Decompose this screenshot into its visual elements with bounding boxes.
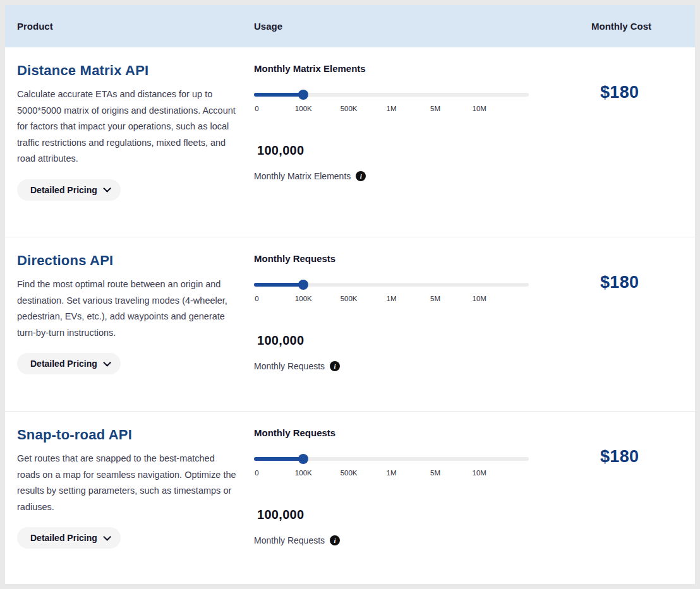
usage-label: Monthly Requests — [254, 427, 529, 438]
slider-track[interactable] — [254, 283, 529, 287]
slider-fill — [254, 93, 303, 97]
tick-label: 1M — [387, 105, 397, 112]
tick-label: 10M — [473, 469, 486, 477]
table-row: Snap-to-road API Get routes that are sna… — [5, 411, 695, 584]
product-description: Find the most optimal route between an o… — [17, 277, 239, 341]
info-icon[interactable]: i — [330, 361, 340, 371]
monthly-cost-value: $180 — [600, 83, 695, 102]
monthly-cost-value: $180 — [600, 447, 695, 467]
column-header-monthly-cost: Monthly Cost — [529, 21, 695, 32]
tick-label: 0 — [255, 469, 258, 477]
slider-thumb[interactable] — [298, 280, 308, 290]
usage-cell: Monthly Requests 0 100K 500K 1M 5M 10M 1… — [254, 412, 529, 584]
slider-track[interactable] — [254, 93, 529, 97]
table-row: Distance Matrix API Calculate accurate E… — [5, 47, 695, 237]
usage-slider[interactable]: 0 100K 500K 1M 5M 10M — [254, 283, 529, 308]
product-description: Calculate accurate ETAs and distances fo… — [17, 86, 239, 167]
pricing-table: Product Usage Monthly Cost Distance Matr… — [5, 5, 695, 584]
chevron-down-icon — [103, 533, 111, 541]
column-header-product: Product — [5, 21, 254, 32]
tick-label: 0 — [255, 295, 258, 302]
usage-value: 100,000 — [257, 508, 529, 522]
slider-fill — [254, 283, 303, 287]
detailed-pricing-label: Detailed Pricing — [30, 533, 97, 543]
slider-tick-labels: 0 100K 500K 1M 5M 10M — [254, 105, 529, 114]
slider-fill — [254, 457, 303, 461]
info-icon[interactable]: i — [356, 171, 366, 181]
tick-label: 500K — [341, 295, 358, 302]
usage-sub-label-row: Monthly Matrix Elements i — [254, 171, 529, 181]
slider-thumb[interactable] — [298, 454, 308, 464]
cost-cell: $180 — [529, 412, 695, 584]
usage-value: 100,000 — [257, 143, 529, 158]
tick-label: 5M — [430, 295, 440, 302]
usage-sub-label: Monthly Matrix Elements — [254, 171, 351, 181]
chevron-down-icon — [103, 184, 111, 193]
tick-label: 500K — [341, 469, 358, 477]
tick-label: 100K — [295, 469, 312, 477]
tick-label: 100K — [295, 105, 312, 112]
slider-tick-labels: 0 100K 500K 1M 5M 10M — [254, 295, 529, 304]
product-cell: Distance Matrix API Calculate accurate E… — [5, 47, 254, 237]
detailed-pricing-button[interactable]: Detailed Pricing — [17, 353, 121, 374]
info-icon[interactable]: i — [330, 535, 340, 545]
usage-sub-label-row: Monthly Requests i — [254, 361, 529, 371]
tick-label: 5M — [430, 469, 440, 477]
tick-label: 10M — [473, 295, 486, 302]
product-title: Distance Matrix API — [17, 62, 241, 79]
table-row: Directions API Find the most optimal rou… — [5, 237, 695, 411]
product-title: Directions API — [17, 253, 241, 269]
usage-slider[interactable]: 0 100K 500K 1M 5M 10M — [254, 457, 529, 482]
usage-slider[interactable]: 0 100K 500K 1M 5M 10M — [254, 93, 529, 118]
slider-tick-labels: 0 100K 500K 1M 5M 10M — [254, 469, 529, 478]
tick-label: 100K — [295, 295, 312, 302]
product-cell: Directions API Find the most optimal rou… — [5, 237, 254, 411]
tick-label: 500K — [341, 105, 358, 112]
tick-label: 0 — [255, 105, 258, 112]
tick-label: 5M — [430, 105, 440, 112]
monthly-cost-value: $180 — [600, 273, 695, 292]
usage-value: 100,000 — [257, 333, 529, 348]
detailed-pricing-button[interactable]: Detailed Pricing — [17, 527, 121, 549]
column-header-usage: Usage — [254, 21, 529, 32]
detailed-pricing-label: Detailed Pricing — [30, 359, 97, 369]
usage-label: Monthly Matrix Elements — [254, 63, 529, 74]
chevron-down-icon — [103, 359, 111, 367]
usage-sub-label: Monthly Requests — [254, 535, 325, 545]
product-title: Snap-to-road API — [17, 427, 241, 443]
cost-cell: $180 — [529, 237, 695, 411]
product-cell: Snap-to-road API Get routes that are sna… — [5, 412, 254, 584]
usage-cell: Monthly Matrix Elements 0 100K 500K 1M 5… — [254, 47, 529, 237]
usage-sub-label: Monthly Requests — [254, 361, 325, 371]
tick-label: 10M — [473, 105, 486, 112]
table-header: Product Usage Monthly Cost — [5, 5, 695, 47]
product-description: Get routes that are snapped to the best-… — [17, 451, 239, 515]
usage-sub-label-row: Monthly Requests i — [254, 535, 529, 545]
detailed-pricing-button[interactable]: Detailed Pricing — [17, 179, 121, 201]
slider-thumb[interactable] — [298, 90, 308, 100]
detailed-pricing-label: Detailed Pricing — [30, 185, 97, 195]
slider-track[interactable] — [254, 457, 529, 461]
cost-cell: $180 — [529, 47, 695, 237]
tick-label: 1M — [387, 469, 397, 477]
usage-label: Monthly Requests — [254, 253, 529, 264]
usage-cell: Monthly Requests 0 100K 500K 1M 5M 10M 1… — [254, 237, 529, 411]
tick-label: 1M — [387, 295, 397, 302]
